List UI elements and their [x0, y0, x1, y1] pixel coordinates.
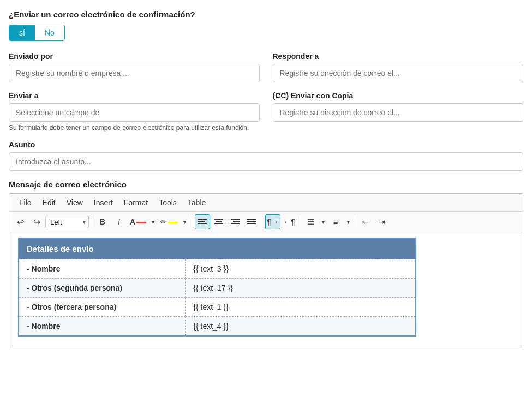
increase-indent-button[interactable]: ⇥	[374, 214, 390, 229]
email-message-label: Mensaje de correo electrónico	[9, 180, 523, 189]
format-select-wrapper: Left Center Right Justify ▾	[45, 216, 89, 228]
undo-button[interactable]: ↩	[13, 214, 28, 229]
svg-rect-5	[214, 223, 223, 224]
svg-rect-7	[233, 221, 240, 222]
rtl-button[interactable]: ←¶	[282, 214, 297, 229]
enviar-a-hint: Su formulario debe tener un campo de cor…	[9, 124, 260, 132]
svg-rect-8	[231, 223, 240, 224]
form-grid: Enviado por Responder a Enviar a Su form…	[9, 52, 523, 180]
page-container: ¿Enviar un correo electrónico de confirm…	[0, 0, 532, 357]
svg-rect-2	[198, 223, 207, 224]
svg-rect-9	[247, 219, 256, 220]
menu-insert[interactable]: Insert	[88, 196, 118, 209]
menu-table[interactable]: Table	[182, 196, 211, 209]
font-color-button[interactable]: A	[128, 214, 148, 229]
menu-view[interactable]: View	[61, 196, 88, 209]
responder-a-group: Responder a	[273, 52, 524, 82]
align-left-button[interactable]	[195, 214, 210, 229]
row1-col2: {{ text_3 }}	[186, 259, 416, 279]
svg-rect-11	[247, 223, 256, 224]
decrease-indent-button[interactable]: ⇤	[358, 214, 373, 229]
table-header: Detalles de envío	[19, 238, 416, 259]
confirmation-question: ¿Enviar un correo electrónico de confirm…	[9, 10, 523, 19]
asunto-input[interactable]	[9, 152, 523, 171]
font-color-label: A	[130, 217, 135, 226]
format-select[interactable]: Left Center Right Justify	[45, 216, 89, 228]
editor-menubar: File Edit View Insert Format Tools Table	[9, 194, 523, 212]
no-button[interactable]: No	[35, 25, 64, 40]
enviado-por-label: Enviado por	[9, 52, 260, 61]
toolbar-separator-1	[92, 216, 92, 227]
menu-file[interactable]: File	[14, 196, 37, 209]
bullet-list-button[interactable]: ☰	[303, 214, 318, 229]
asunto-group: Asunto	[9, 140, 523, 171]
align-justify-button[interactable]	[244, 214, 259, 229]
svg-rect-10	[247, 221, 256, 222]
highlight-color-group: ✏ ▾	[158, 214, 189, 229]
highlight-indicator	[168, 222, 178, 223]
redo-button[interactable]: ↪	[29, 214, 44, 229]
table-row: - Otros (segunda persona) {{ text_17 }}	[19, 279, 416, 298]
enviar-a-label: Enviar a	[9, 91, 260, 100]
align-right-button[interactable]	[228, 214, 243, 229]
menu-format[interactable]: Format	[118, 196, 153, 209]
editor-container: File Edit View Insert Format Tools Table…	[9, 193, 523, 347]
row3-col1: - Otros (tercera persona)	[19, 298, 186, 317]
font-color-dropdown[interactable]: ▾	[148, 214, 157, 229]
toolbar-separator-3	[262, 216, 262, 227]
menu-edit[interactable]: Edit	[37, 196, 61, 209]
menu-tools[interactable]: Tools	[153, 196, 182, 209]
toolbar-separator-4	[300, 216, 300, 227]
row2-col1: - Otros (segunda persona)	[19, 279, 186, 298]
row1-col1: - Nombre	[19, 259, 186, 279]
cc-enviar-label: (CC) Enviar con Copia	[273, 91, 524, 100]
enviado-por-input[interactable]	[9, 64, 260, 82]
numbered-list-button[interactable]: ≡	[328, 214, 343, 229]
row2-col2: {{ text_17 }}	[186, 279, 416, 298]
bullet-list-dropdown[interactable]: ▾	[319, 214, 327, 229]
enviar-a-group: Enviar a Su formulario debe tener un cam…	[9, 91, 260, 132]
svg-rect-4	[216, 221, 222, 222]
enviar-a-input[interactable]	[9, 103, 260, 122]
highlight-dropdown[interactable]: ▾	[180, 214, 189, 229]
row4-col1: - Nombre	[19, 317, 186, 337]
font-color-group: A ▾	[128, 214, 157, 229]
row4-col2: {{ text_4 }}	[186, 317, 416, 337]
bold-button[interactable]: B	[95, 214, 110, 229]
cc-enviar-input[interactable]	[273, 103, 524, 122]
numbered-list-dropdown[interactable]: ▾	[344, 214, 352, 229]
svg-rect-1	[198, 221, 205, 222]
enviado-por-group: Enviado por	[9, 52, 260, 82]
row3-col2: {{ text_1 }}	[186, 298, 416, 317]
svg-rect-0	[198, 219, 207, 220]
svg-rect-6	[231, 219, 240, 220]
highlight-icon: ✏	[160, 217, 167, 226]
email-table: Detalles de envío - Nombre {{ text_3 }} …	[18, 238, 416, 337]
table-row: - Otros (tercera persona) {{ text_1 }}	[19, 298, 416, 317]
table-row: - Nombre {{ text_4 }}	[19, 317, 416, 337]
responder-a-input[interactable]	[273, 64, 524, 82]
align-center-icon	[214, 218, 223, 226]
ltr-button[interactable]: ¶→	[265, 214, 280, 229]
cc-enviar-group: (CC) Enviar con Copia	[273, 91, 524, 132]
align-justify-icon	[247, 218, 256, 226]
toolbar-separator-2	[192, 216, 192, 227]
italic-button[interactable]: I	[111, 214, 127, 229]
table-row: - Nombre {{ text_3 }}	[19, 259, 416, 279]
svg-rect-3	[214, 219, 223, 220]
toolbar-separator-5	[355, 216, 355, 227]
font-color-indicator	[136, 222, 146, 223]
toggle-group: sí No	[9, 25, 65, 41]
asunto-label: Asunto	[9, 140, 523, 149]
highlight-color-button[interactable]: ✏	[158, 214, 180, 229]
editor-toolbar: ↩ ↪ Left Center Right Justify ▾ B I	[9, 212, 523, 232]
align-left-icon	[198, 218, 207, 226]
align-right-icon	[231, 218, 240, 226]
editor-content[interactable]: Detalles de envío - Nombre {{ text_3 }} …	[9, 238, 523, 347]
si-button[interactable]: sí	[9, 25, 35, 40]
align-center-button[interactable]	[211, 214, 226, 229]
responder-a-label: Responder a	[273, 52, 524, 61]
